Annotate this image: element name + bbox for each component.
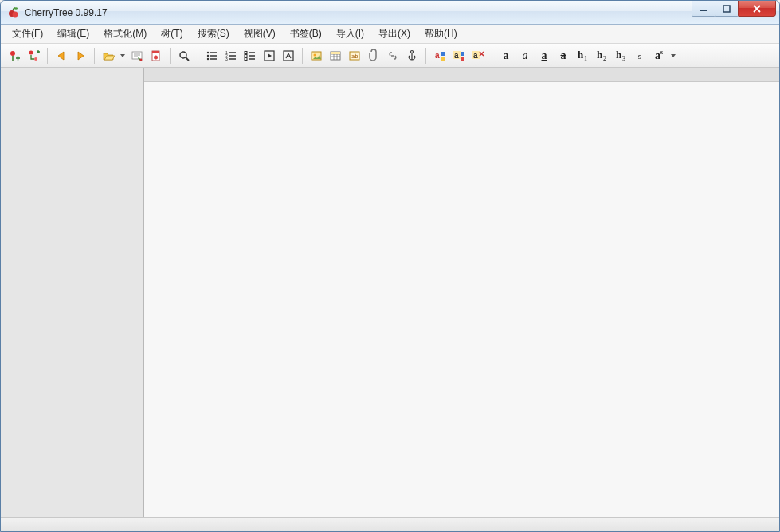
insert-image-icon[interactable]: [308, 47, 325, 65]
separator: [425, 48, 426, 64]
strike-button[interactable]: a: [555, 47, 572, 65]
svg-rect-37: [461, 52, 464, 56]
svg-point-12: [154, 55, 158, 59]
svg-rect-22: [245, 57, 247, 60]
menu-bookmarks[interactable]: 书签(B): [284, 25, 328, 42]
svg-rect-4: [723, 6, 730, 12]
insert-anchor-icon[interactable]: [403, 47, 421, 65]
bold-icon: a: [504, 49, 509, 62]
insert-link-icon[interactable]: [384, 47, 402, 65]
insert-special-icon[interactable]: [280, 47, 297, 65]
h2-icon: h2: [597, 49, 606, 63]
export-pdf-icon[interactable]: [147, 47, 165, 65]
svg-rect-8: [132, 52, 142, 59]
svg-rect-3: [700, 10, 707, 11]
find-icon[interactable]: [175, 47, 193, 65]
open-icon[interactable]: [100, 47, 117, 65]
window-title: CherryTree 0.99.17: [25, 7, 108, 18]
separator: [94, 48, 95, 64]
svg-text:ab: ab: [351, 53, 358, 60]
svg-rect-28: [331, 52, 340, 54]
svg-text:3: 3: [225, 57, 228, 61]
editor-header: [144, 68, 779, 82]
maximize-button[interactable]: [715, 1, 739, 17]
format-dropdown[interactable]: [669, 47, 677, 65]
svg-text:a: a: [473, 51, 478, 60]
menubar: 文件(F) 编辑(E) 格式化(M) 树(T) 搜索(S) 视图(V) 书签(B…: [1, 25, 779, 44]
underline-icon: a: [542, 49, 547, 62]
close-button[interactable]: [738, 1, 776, 17]
menu-view[interactable]: 视图(V): [237, 25, 282, 42]
svg-point-15: [207, 54, 209, 56]
menu-export[interactable]: 导出(X): [372, 25, 417, 42]
color-fg-icon[interactable]: a: [431, 47, 449, 65]
superscript-icon: as: [655, 49, 663, 62]
toolbar: 123 ab a a a a a a a h1 h2 h3: [1, 44, 779, 68]
menu-import[interactable]: 导入(I): [330, 25, 370, 42]
insert-codebox-icon[interactable]: ab: [346, 47, 363, 65]
svg-point-16: [207, 57, 209, 59]
color-bg-icon[interactable]: a: [450, 47, 468, 65]
statusbar: [1, 517, 779, 531]
svg-rect-20: [245, 51, 247, 53]
list-todo-icon[interactable]: [241, 47, 259, 65]
editor-area[interactable]: [144, 82, 779, 517]
svg-rect-33: [441, 52, 445, 56]
svg-text:a: a: [454, 51, 459, 60]
separator: [47, 48, 48, 64]
separator: [170, 48, 171, 64]
app-icon: [7, 6, 20, 19]
insert-file-icon[interactable]: [365, 47, 382, 65]
menu-tree[interactable]: 树(T): [155, 25, 189, 42]
forward-icon[interactable]: [72, 47, 89, 65]
strike-icon: a: [561, 49, 566, 62]
h1-button[interactable]: h1: [574, 47, 591, 65]
minimize-button[interactable]: [692, 1, 715, 17]
svg-point-31: [411, 50, 414, 53]
titlebar: CherryTree 0.99.17: [1, 1, 779, 25]
back-icon[interactable]: [53, 47, 70, 65]
italic-button[interactable]: a: [516, 47, 534, 65]
menu-help[interactable]: 帮助(H): [418, 25, 464, 42]
svg-rect-11: [152, 51, 159, 53]
menu-file[interactable]: 文件(F): [6, 25, 49, 42]
tree-panel[interactable]: [1, 68, 144, 517]
execute-icon[interactable]: [261, 47, 278, 65]
italic-icon: a: [523, 49, 528, 62]
node-add-sub-icon[interactable]: [25, 47, 42, 65]
superscript-button[interactable]: as: [650, 47, 668, 65]
window-controls: [692, 1, 779, 17]
list-bullet-icon[interactable]: [203, 47, 221, 65]
svg-point-1: [13, 11, 18, 17]
h3-button[interactable]: h3: [612, 47, 629, 65]
svg-point-5: [10, 51, 15, 56]
svg-text:a: a: [435, 51, 440, 60]
bold-button[interactable]: a: [497, 47, 515, 65]
svg-point-2: [14, 7, 18, 9]
h2-button[interactable]: h2: [593, 47, 610, 65]
svg-point-26: [314, 53, 316, 56]
node-add-icon[interactable]: [6, 47, 23, 65]
separator: [198, 48, 198, 64]
menu-edit[interactable]: 编辑(E): [51, 25, 96, 42]
underline-button[interactable]: a: [535, 47, 553, 65]
small-icon: s: [638, 51, 641, 61]
h3-icon: h3: [616, 49, 625, 63]
svg-point-6: [29, 50, 33, 54]
editor-wrap: [144, 68, 779, 517]
body-area: [1, 68, 779, 517]
menu-search[interactable]: 搜索(S): [191, 25, 236, 42]
list-numbered-icon[interactable]: 123: [222, 47, 240, 65]
svg-point-9: [140, 58, 143, 61]
menu-format[interactable]: 格式化(M): [97, 25, 153, 42]
small-button[interactable]: s: [631, 47, 649, 65]
svg-point-13: [180, 52, 186, 58]
save-icon[interactable]: [128, 47, 146, 65]
insert-table-icon[interactable]: [327, 47, 344, 65]
separator: [302, 48, 303, 64]
svg-point-7: [34, 57, 37, 61]
h1-icon: h1: [578, 49, 587, 63]
color-remove-icon[interactable]: a: [469, 47, 487, 65]
svg-rect-34: [441, 57, 445, 61]
open-dropdown[interactable]: [119, 47, 127, 65]
